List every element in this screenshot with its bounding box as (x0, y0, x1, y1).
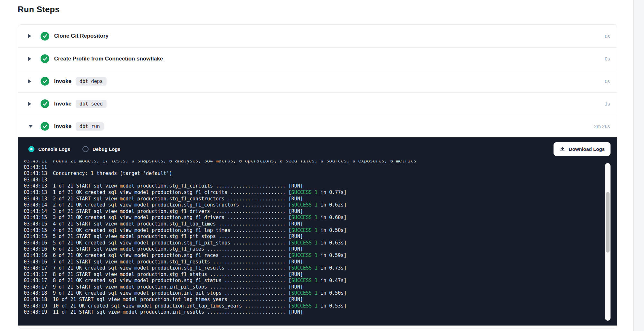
log-lines: 03:43:11 Found 21 models, 17 tests, 0 sn… (24, 161, 617, 316)
step-label: Clone Git Repository (54, 33, 109, 39)
console-log-output: 03:43:11 Found 21 models, 17 tests, 0 sn… (18, 161, 617, 326)
log-line: 03:43:17 7 of 21 OK created sql view mod… (24, 265, 617, 271)
step-row[interactable]: Create Profile from Connection snowflake… (18, 47, 617, 70)
log-success-text: SUCCESS 1 (291, 303, 317, 309)
download-icon (559, 146, 565, 152)
right-side-rail (633, 0, 644, 331)
log-scrollbar-track[interactable] (605, 163, 611, 321)
radio-selected-icon (28, 146, 34, 152)
step-duration: 0s (605, 78, 610, 84)
page-title: Run Steps (18, 5, 60, 14)
log-success-text: SUCCESS 1 (291, 215, 317, 220)
step-duration: 0s (605, 56, 610, 61)
step-label: Invoke (54, 101, 71, 107)
log-line: 03:43:14 3 of 21 START sql view model pr… (24, 208, 617, 215)
download-logs-button[interactable]: Download Logs (554, 142, 611, 156)
chevron-right-icon[interactable] (28, 79, 31, 83)
log-line: 03:43:11 (24, 164, 617, 171)
step-command-chip: dbt seed (76, 100, 107, 108)
log-line: 03:43:15 5 of 21 START sql view model pr… (24, 234, 617, 240)
radio-dot (30, 148, 33, 150)
log-line: 03:43:16 6 of 21 START sql view model pr… (24, 246, 617, 253)
step-label: Invoke (54, 123, 71, 130)
chevron-right-icon[interactable] (28, 57, 31, 61)
step-row[interactable]: Invoke dbt deps 0s (18, 70, 617, 92)
log-line: 03:43:19 11 of 21 START sql view model p… (24, 309, 617, 316)
chevron-box[interactable] (28, 125, 37, 128)
log-line: 03:43:16 6 of 21 OK created sql view mod… (24, 253, 617, 259)
log-line: 03:43:19 10 of 21 OK created sql view mo… (24, 303, 617, 309)
log-line: 03:43:17 9 of 21 START sql view model pr… (24, 284, 617, 290)
log-line: 03:43:13 (24, 177, 617, 183)
chevron-down-icon[interactable] (28, 125, 33, 128)
run-steps-card: Clone Git Repository 0s Create Profile f… (18, 24, 617, 328)
chevron-box[interactable] (28, 57, 37, 61)
log-tab-console[interactable]: Console Logs (28, 146, 70, 152)
log-line: 03:43:15 4 of 21 START sql view model pr… (24, 221, 617, 227)
log-panel-header: Console Logs Debug Logs Download Logs (18, 137, 617, 161)
step-label: Invoke (54, 78, 71, 85)
log-line: 03:43:13 1 of 21 OK created sql view mod… (24, 189, 617, 196)
log-line: 03:43:18 10 of 21 START sql view model p… (24, 297, 617, 303)
success-check-icon (41, 32, 49, 41)
chevron-right-icon[interactable] (28, 34, 31, 38)
step-row-header[interactable]: Clone Git Repository 0s (18, 25, 617, 47)
step-duration: 2m 26s (594, 124, 610, 129)
success-check-icon (41, 77, 49, 86)
log-success-text: SUCCESS 1 (291, 278, 317, 283)
steps-list: Clone Git Repository 0s Create Profile f… (18, 25, 617, 326)
log-line: 03:43:18 9 of 21 OK created sql view mod… (24, 290, 617, 297)
log-success-text: SUCCESS 1 (291, 189, 317, 195)
step-row-header[interactable]: Invoke dbt deps 0s (18, 70, 617, 92)
success-check-icon (41, 99, 49, 108)
log-line: 03:43:13 2 of 21 START sql view model pr… (24, 196, 617, 202)
log-success-text: SUCCESS 1 (291, 253, 317, 258)
download-logs-label: Download Logs (569, 146, 605, 152)
step-duration: 0s (605, 33, 610, 39)
success-check-icon (41, 122, 49, 131)
step-row-header[interactable]: Create Profile from Connection snowflake… (18, 47, 617, 70)
radio-unselected-icon (82, 146, 89, 152)
step-label: Create Profile from Connection snowflake (54, 56, 163, 62)
step-command-chip: dbt run (76, 122, 104, 131)
log-line: 03:43:13 Concurrency: 1 threads (target=… (24, 170, 617, 177)
step-command-chip: dbt deps (76, 77, 107, 86)
success-check-icon (41, 54, 49, 63)
log-scrollbar-thumb[interactable] (606, 192, 610, 253)
chevron-box[interactable] (28, 34, 37, 38)
log-success-text: SUCCESS 1 (291, 290, 317, 296)
log-success-text: SUCCESS 1 (291, 202, 317, 208)
log-line: 03:43:17 8 of 21 OK created sql view mod… (24, 278, 617, 284)
step-row[interactable]: Invoke dbt seed 1s (18, 92, 617, 115)
log-success-text: SUCCESS 1 (291, 227, 317, 233)
log-line: 03:43:16 5 of 21 OK created sql view mod… (24, 240, 617, 246)
log-tab-debug[interactable]: Debug Logs (82, 146, 120, 152)
log-line: 03:43:11 Found 21 models, 17 tests, 0 sn… (24, 161, 617, 164)
step-row-header[interactable]: Invoke dbt run 2m 26s (18, 115, 617, 137)
log-panel: Console Logs Debug Logs Download Logs 03… (18, 137, 617, 326)
log-line: 03:43:13 1 of 21 START sql view model pr… (24, 183, 617, 189)
log-line: 03:43:17 8 of 21 START sql view model pr… (24, 271, 617, 278)
step-row-header[interactable]: Invoke dbt seed 1s (18, 92, 617, 115)
log-line: 03:43:15 3 of 21 OK created sql view mod… (24, 215, 617, 221)
log-line: 03:43:15 4 of 21 OK created sql view mod… (24, 227, 617, 234)
step-row[interactable]: Clone Git Repository 0s (18, 25, 617, 47)
chevron-box[interactable] (28, 102, 37, 106)
step-row[interactable]: Invoke dbt run 2m 26s Console Logs Debug… (18, 115, 617, 326)
chevron-right-icon[interactable] (28, 102, 31, 106)
log-tab-label: Console Logs (38, 146, 70, 152)
log-success-text: SUCCESS 1 (291, 240, 317, 246)
step-duration: 1s (605, 101, 610, 106)
log-line: 03:43:14 2 of 21 OK created sql view mod… (24, 202, 617, 208)
log-line: 03:43:16 7 of 21 START sql view model pr… (24, 259, 617, 265)
chevron-box[interactable] (28, 79, 37, 83)
log-tab-label: Debug Logs (92, 146, 120, 152)
log-success-text: SUCCESS 1 (291, 265, 317, 271)
